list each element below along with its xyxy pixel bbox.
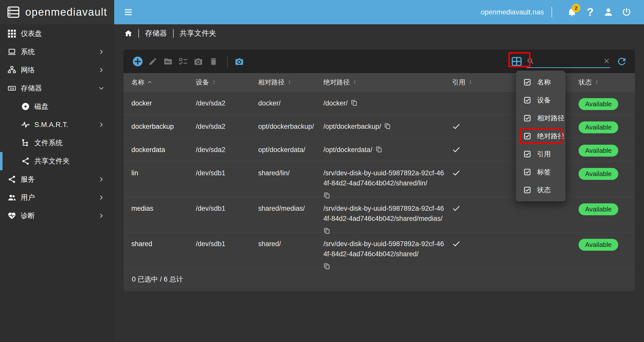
check-icon	[452, 122, 460, 131]
snapshots-button[interactable]	[233, 55, 246, 68]
user-menu-button[interactable]	[603, 6, 614, 18]
refresh-button[interactable]	[616, 56, 627, 67]
edit-button[interactable]	[146, 55, 159, 68]
copy-icon[interactable]	[384, 123, 391, 130]
disk-icon	[21, 102, 30, 111]
column-menu-item-引用[interactable]: 引用	[516, 145, 565, 163]
column-menu-item-标签[interactable]: 标签	[516, 163, 565, 181]
sidebar-item-文件系统[interactable]: 文件系统	[0, 134, 114, 152]
chevron-right-icon	[99, 177, 104, 182]
sidebar-item-仪表盘[interactable]: 仪表盘	[0, 25, 114, 43]
sidebar-item-S.M.A.R.T.[interactable]: S.M.A.R.T.	[0, 116, 114, 134]
column-menu-item-相对路径[interactable]: 相对路径	[516, 109, 565, 127]
cell-referenced	[452, 232, 579, 272]
power-button[interactable]	[621, 6, 632, 18]
sidebar-item-label: 存储器	[21, 83, 42, 93]
cell-device: /dev/sdb1	[196, 197, 258, 236]
shared-folder-icon	[21, 157, 30, 165]
cell-relative-path: docker/	[258, 92, 323, 110]
sidebar-item-共享文件夹[interactable]: 共享文件夹	[0, 152, 114, 170]
copy-icon[interactable]	[375, 146, 383, 153]
column-menu-item-label: 名称	[537, 78, 551, 87]
cell-referenced	[452, 197, 579, 236]
checkbox-checked-icon	[523, 96, 531, 104]
clear-search-icon[interactable]	[603, 57, 610, 65]
column-header-状态[interactable]: 状态	[579, 78, 635, 87]
absolute-path-text: /docker/	[323, 99, 348, 107]
sidebar-item-磁盘[interactable]: 磁盘	[0, 97, 114, 116]
column-menu-item-状态[interactable]: 状态	[516, 181, 565, 199]
column-menu-item-绝对路径[interactable]: 绝对路径	[516, 127, 565, 145]
table-row-medias[interactable]: medias/dev/sdb1shared/medias//srv/dev-di…	[124, 197, 635, 232]
column-menu-item-label: 绝对路径	[537, 132, 564, 141]
cell-status: Available	[579, 138, 635, 157]
copy-icon[interactable]	[323, 263, 330, 270]
status-badge: Available	[579, 121, 618, 133]
sidebar-item-服务[interactable]: 服务	[0, 170, 114, 188]
permissions-button[interactable]	[161, 55, 175, 68]
sort-both-icon	[468, 80, 473, 85]
acl-button[interactable]	[177, 55, 190, 68]
cell-status: Available	[579, 115, 635, 133]
notifications-button[interactable]: 2	[566, 6, 578, 18]
copy-icon[interactable]	[351, 99, 358, 106]
cell-name: lin	[131, 161, 196, 201]
search-input[interactable]	[534, 57, 603, 65]
system-icon	[8, 48, 16, 56]
sidebar-item-用户[interactable]: 用户	[0, 188, 114, 207]
breadcrumb-item[interactable]: 共享文件夹	[180, 28, 216, 38]
cell-absolute-path: /opt/dockerdata/	[323, 138, 452, 157]
column-header-相对路径[interactable]: 相对路径	[258, 78, 323, 87]
sidebar-item-label: 文件系统	[34, 138, 63, 148]
cell-status: Available	[579, 161, 635, 201]
checkbox-checked-icon	[523, 132, 531, 140]
cell-name: shared	[131, 232, 196, 272]
sidebar-item-网络[interactable]: 网络	[0, 61, 114, 79]
sort-asc-icon	[147, 80, 152, 85]
table-row-shared[interactable]: shared/dev/sdb1shared//srv/dev-disk-by-u…	[124, 232, 635, 267]
person-icon	[603, 7, 613, 17]
add-button[interactable]	[131, 55, 144, 68]
logo-text: openmediavault	[25, 6, 107, 18]
chevron-right-icon	[99, 195, 104, 200]
app-header: openmediavault openmediavault.nas 2 ?	[0, 0, 644, 24]
sort-both-icon	[352, 80, 357, 85]
cell-relative-path: shared/lin/	[258, 161, 323, 201]
home-icon[interactable]	[124, 29, 132, 37]
breadcrumb-item[interactable]: 存储器	[145, 28, 167, 38]
status-badge: Available	[579, 203, 618, 215]
sidebar-item-label: 共享文件夹	[34, 156, 70, 166]
selection-count-label: 0 已选中 / 6 总计	[132, 275, 183, 284]
column-menu-item-label: 引用	[537, 149, 551, 159]
column-menu-item-label: 设备	[537, 96, 551, 105]
sidebar-item-label: 网络	[21, 65, 35, 75]
column-header-绝对路径[interactable]: 绝对路径	[323, 78, 452, 87]
sidebar-item-系统[interactable]: 系统	[0, 43, 114, 61]
sidebar-item-label: 仪表盘	[21, 29, 42, 38]
cell-absolute-path: /opt/dockerbackup/	[323, 115, 452, 133]
column-picker-menu: 名称设备相对路径绝对路径引用标签状态	[516, 71, 565, 201]
column-header-设备[interactable]: 设备	[196, 78, 258, 87]
delete-button[interactable]	[207, 55, 220, 68]
menu-toggle-button[interactable]	[124, 8, 133, 17]
checkbox-checked-icon	[523, 168, 531, 176]
column-menu-item-名称[interactable]: 名称	[516, 73, 565, 91]
cell-relative-path: opt/dockerbackup/	[258, 115, 323, 133]
column-header-label: 相对路径	[258, 78, 284, 87]
cell-absolute-path: /docker/	[323, 92, 452, 110]
sidebar-item-label: 系统	[21, 47, 35, 57]
check-icon	[452, 169, 460, 177]
column-picker-button[interactable]	[511, 56, 522, 67]
absolute-path-text: /srv/dev-disk-by-uuid-5987892a-92cf-464f…	[323, 169, 444, 187]
help-button[interactable]: ?	[584, 6, 596, 18]
notification-badge: 2	[572, 4, 580, 12]
column-menu-item-设备[interactable]: 设备	[516, 91, 565, 109]
add-icon	[132, 56, 143, 67]
chevron-right-icon	[99, 67, 104, 73]
sidebar-item-存储器[interactable]: 存储器	[0, 79, 114, 97]
hostname-label: openmediavault.nas	[481, 8, 544, 16]
snapshot-button[interactable]	[192, 55, 205, 68]
column-header-名称[interactable]: 名称	[131, 78, 196, 87]
sidebar-item-诊断[interactable]: 诊断	[0, 207, 114, 225]
cell-device: /dev/sda2	[196, 92, 258, 110]
